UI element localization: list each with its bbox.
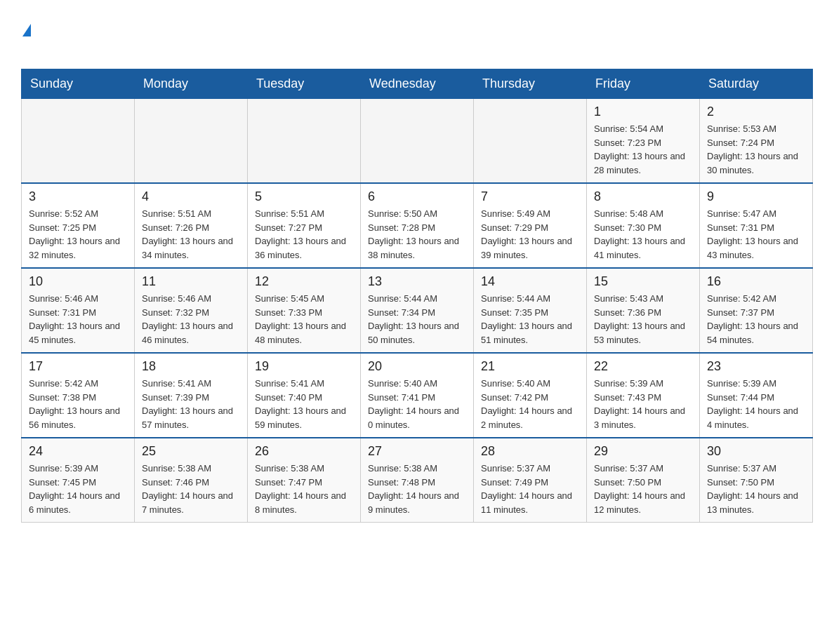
day-info: Sunrise: 5:40 AMSunset: 7:41 PMDaylight:… (368, 377, 466, 431)
calendar-cell (361, 99, 474, 184)
calendar-cell: 9Sunrise: 5:47 AMSunset: 7:31 PMDaylight… (700, 183, 813, 268)
day-number: 12 (255, 274, 353, 289)
header-friday: Friday (587, 69, 700, 99)
day-number: 11 (142, 274, 240, 289)
calendar-cell: 22Sunrise: 5:39 AMSunset: 7:43 PMDayligh… (587, 353, 700, 438)
day-number: 3 (29, 189, 127, 204)
day-number: 20 (368, 359, 466, 374)
day-info: Sunrise: 5:38 AMSunset: 7:46 PMDaylight:… (142, 462, 240, 516)
day-number: 19 (255, 359, 353, 374)
calendar-cell: 25Sunrise: 5:38 AMSunset: 7:46 PMDayligh… (135, 438, 248, 523)
day-number: 28 (481, 444, 579, 459)
calendar-cell: 1Sunrise: 5:54 AMSunset: 7:23 PMDaylight… (587, 99, 700, 184)
calendar-cell: 15Sunrise: 5:43 AMSunset: 7:36 PMDayligh… (587, 268, 700, 353)
logo-blue-text (21, 38, 44, 62)
day-info: Sunrise: 5:38 AMSunset: 7:48 PMDaylight:… (368, 462, 466, 516)
calendar-cell: 14Sunrise: 5:44 AMSunset: 7:35 PMDayligh… (474, 268, 587, 353)
calendar-cell: 12Sunrise: 5:45 AMSunset: 7:33 PMDayligh… (248, 268, 361, 353)
day-number: 13 (368, 274, 466, 289)
day-info: Sunrise: 5:39 AMSunset: 7:44 PMDaylight:… (707, 377, 805, 431)
day-number: 4 (142, 189, 240, 204)
day-number: 1 (594, 105, 692, 119)
logo (21, 14, 44, 62)
calendar-cell: 17Sunrise: 5:42 AMSunset: 7:38 PMDayligh… (22, 353, 135, 438)
day-info: Sunrise: 5:41 AMSunset: 7:39 PMDaylight:… (142, 377, 240, 431)
day-number: 29 (594, 444, 692, 459)
calendar-cell (474, 99, 587, 184)
calendar-cell: 4Sunrise: 5:51 AMSunset: 7:26 PMDaylight… (135, 183, 248, 268)
calendar-week-row: 24Sunrise: 5:39 AMSunset: 7:45 PMDayligh… (22, 438, 813, 523)
calendar-cell: 21Sunrise: 5:40 AMSunset: 7:42 PMDayligh… (474, 353, 587, 438)
calendar-cell: 11Sunrise: 5:46 AMSunset: 7:32 PMDayligh… (135, 268, 248, 353)
logo-text (21, 14, 32, 38)
day-number: 15 (594, 274, 692, 289)
calendar-cell (135, 99, 248, 184)
day-info: Sunrise: 5:39 AMSunset: 7:45 PMDaylight:… (29, 462, 127, 516)
day-number: 27 (368, 444, 466, 459)
day-info: Sunrise: 5:49 AMSunset: 7:29 PMDaylight:… (481, 207, 579, 262)
day-number: 26 (255, 444, 353, 459)
day-info: Sunrise: 5:44 AMSunset: 7:35 PMDaylight:… (481, 292, 579, 347)
day-number: 18 (142, 359, 240, 374)
day-number: 30 (707, 444, 805, 459)
calendar-table: SundayMondayTuesdayWednesdayThursdayFrid… (21, 69, 813, 523)
day-info: Sunrise: 5:38 AMSunset: 7:47 PMDaylight:… (255, 462, 353, 516)
calendar-cell: 23Sunrise: 5:39 AMSunset: 7:44 PMDayligh… (700, 353, 813, 438)
day-info: Sunrise: 5:46 AMSunset: 7:31 PMDaylight:… (29, 292, 127, 347)
header-sunday: Sunday (22, 69, 135, 99)
calendar-cell: 2Sunrise: 5:53 AMSunset: 7:24 PMDaylight… (700, 99, 813, 184)
header-tuesday: Tuesday (248, 69, 361, 99)
calendar-cell: 28Sunrise: 5:37 AMSunset: 7:49 PMDayligh… (474, 438, 587, 523)
calendar-cell: 8Sunrise: 5:48 AMSunset: 7:30 PMDaylight… (587, 183, 700, 268)
calendar-cell: 19Sunrise: 5:41 AMSunset: 7:40 PMDayligh… (248, 353, 361, 438)
day-number: 24 (29, 444, 127, 459)
header-monday: Monday (135, 69, 248, 99)
day-info: Sunrise: 5:37 AMSunset: 7:50 PMDaylight:… (594, 462, 692, 516)
day-info: Sunrise: 5:46 AMSunset: 7:32 PMDaylight:… (142, 292, 240, 347)
day-number: 6 (368, 189, 466, 204)
day-info: Sunrise: 5:48 AMSunset: 7:30 PMDaylight:… (594, 207, 692, 262)
calendar-cell: 27Sunrise: 5:38 AMSunset: 7:48 PMDayligh… (361, 438, 474, 523)
day-number: 2 (707, 105, 805, 119)
calendar-cell: 29Sunrise: 5:37 AMSunset: 7:50 PMDayligh… (587, 438, 700, 523)
day-number: 16 (707, 274, 805, 289)
day-info: Sunrise: 5:52 AMSunset: 7:25 PMDaylight:… (29, 207, 127, 262)
calendar-week-row: 3Sunrise: 5:52 AMSunset: 7:25 PMDaylight… (22, 183, 813, 268)
calendar-week-row: 1Sunrise: 5:54 AMSunset: 7:23 PMDaylight… (22, 99, 813, 184)
day-number: 17 (29, 359, 127, 374)
header-wednesday: Wednesday (361, 69, 474, 99)
day-info: Sunrise: 5:42 AMSunset: 7:38 PMDaylight:… (29, 377, 127, 431)
header-thursday: Thursday (474, 69, 587, 99)
day-info: Sunrise: 5:42 AMSunset: 7:37 PMDaylight:… (707, 292, 805, 347)
day-info: Sunrise: 5:47 AMSunset: 7:31 PMDaylight:… (707, 207, 805, 262)
day-info: Sunrise: 5:40 AMSunset: 7:42 PMDaylight:… (481, 377, 579, 431)
header-saturday: Saturday (700, 69, 813, 99)
calendar-cell: 16Sunrise: 5:42 AMSunset: 7:37 PMDayligh… (700, 268, 813, 353)
day-info: Sunrise: 5:39 AMSunset: 7:43 PMDaylight:… (594, 377, 692, 431)
day-number: 25 (142, 444, 240, 459)
day-info: Sunrise: 5:37 AMSunset: 7:50 PMDaylight:… (707, 462, 805, 516)
day-number: 7 (481, 189, 579, 204)
calendar-cell: 20Sunrise: 5:40 AMSunset: 7:41 PMDayligh… (361, 353, 474, 438)
calendar-cell: 6Sunrise: 5:50 AMSunset: 7:28 PMDaylight… (361, 183, 474, 268)
day-number: 23 (707, 359, 805, 374)
day-info: Sunrise: 5:54 AMSunset: 7:23 PMDaylight:… (594, 122, 692, 177)
calendar-header-row: SundayMondayTuesdayWednesdayThursdayFrid… (22, 69, 813, 99)
day-info: Sunrise: 5:45 AMSunset: 7:33 PMDaylight:… (255, 292, 353, 347)
day-info: Sunrise: 5:50 AMSunset: 7:28 PMDaylight:… (368, 207, 466, 262)
day-number: 5 (255, 189, 353, 204)
day-number: 21 (481, 359, 579, 374)
calendar-cell: 5Sunrise: 5:51 AMSunset: 7:27 PMDaylight… (248, 183, 361, 268)
day-info: Sunrise: 5:51 AMSunset: 7:27 PMDaylight:… (255, 207, 353, 262)
day-info: Sunrise: 5:51 AMSunset: 7:26 PMDaylight:… (142, 207, 240, 262)
day-info: Sunrise: 5:37 AMSunset: 7:49 PMDaylight:… (481, 462, 579, 516)
logo-triangle-icon (22, 24, 31, 36)
day-info: Sunrise: 5:41 AMSunset: 7:40 PMDaylight:… (255, 377, 353, 431)
calendar-cell: 26Sunrise: 5:38 AMSunset: 7:47 PMDayligh… (248, 438, 361, 523)
calendar-cell: 7Sunrise: 5:49 AMSunset: 7:29 PMDaylight… (474, 183, 587, 268)
day-number: 22 (594, 359, 692, 374)
calendar-cell: 24Sunrise: 5:39 AMSunset: 7:45 PMDayligh… (22, 438, 135, 523)
calendar-cell: 10Sunrise: 5:46 AMSunset: 7:31 PMDayligh… (22, 268, 135, 353)
calendar-cell: 30Sunrise: 5:37 AMSunset: 7:50 PMDayligh… (700, 438, 813, 523)
calendar-cell: 3Sunrise: 5:52 AMSunset: 7:25 PMDaylight… (22, 183, 135, 268)
